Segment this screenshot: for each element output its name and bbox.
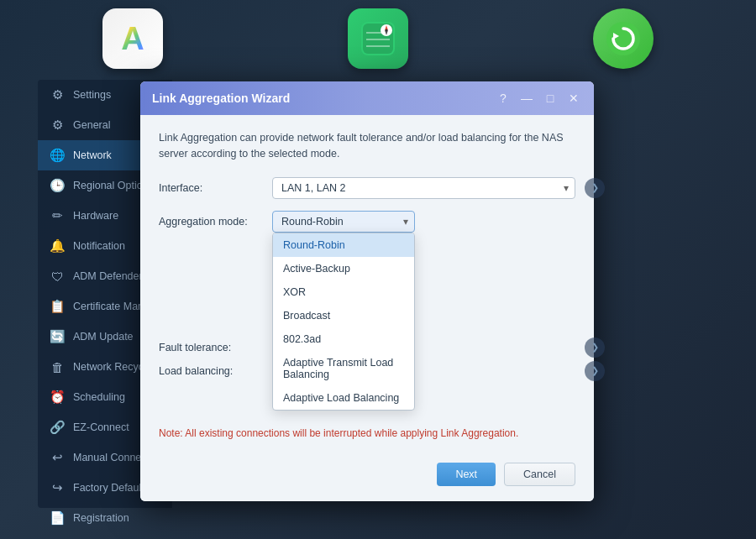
sidebar-item-label: Registration [73,512,129,524]
hardware-icon: ✏ [50,208,65,223]
sidebar-item-label: ADM Update [73,331,134,343]
cancel-button[interactable]: Cancel [504,463,575,486]
dropdown-option-adaptive-load[interactable]: Adaptive Load Balancing [273,386,414,410]
interface-select-wrapper: LAN 1, LAN 2 [272,177,575,199]
admdefender-icon: 🛡 [50,269,65,284]
dialog-note: Note: All existing connections will be i… [159,427,575,439]
fault-label: Fault tolerance: [159,342,272,353]
restore-app-icon[interactable] [593,8,654,69]
taskbar-icons: A [0,8,756,69]
svg-rect-3 [366,39,390,40]
aurora-app-icon[interactable]: A [102,8,163,69]
sidebar-item-label: Network [73,149,112,161]
dialog-description: Link Aggregation can provide network fau… [159,130,575,162]
close-button[interactable]: ✕ [565,90,582,107]
interface-row: Interface: LAN 1, LAN 2 ❯ [159,177,575,199]
sidebar-item-label: EZ-Connect [73,421,129,433]
dropdown-option-active-backup[interactable]: Active-Backup [273,257,414,280]
dropdown-option-8023ad[interactable]: 802.3ad [273,327,414,351]
svg-point-8 [386,29,388,32]
dialog-footer: Next Cancel [140,453,594,501]
aggregation-mode-row: Aggregation mode: Round-Robin Round-Robi… [159,211,575,233]
dialog-titlebar: Link Aggregation Wizard ? — □ ✕ [140,81,594,115]
sidebar-item-label: General [73,119,110,131]
interface-row-chevron: ❯ [585,178,605,198]
factory-icon: ↪ [50,480,65,495]
interface-label: Interface: [159,182,272,194]
load-label: Load balancing: [159,365,272,377]
ezconnect-icon: 🔗 [50,420,65,435]
aggregation-select-wrapper: Round-Robin Round-Robin Active-Backup XO… [272,211,415,233]
regional-icon: 🕒 [50,178,65,193]
svg-rect-4 [366,45,390,47]
manualconnect-icon: ↩ [50,450,65,465]
mapmaster-app-icon[interactable] [348,8,408,69]
load-row-chevron: ❯ [585,361,605,381]
sidebar-item-label: Scheduling [73,391,125,403]
aggregation-dropdown: Round-Robin Active-Backup XOR Broadcast … [272,233,415,411]
scheduling-icon: ⏰ [50,390,65,405]
admupdate-icon: 🔄 [50,329,65,344]
link-aggregation-dialog: Link Aggregation Wizard ? — □ ✕ Link Agg… [140,81,594,501]
settings-icon: ⚙ [50,87,65,102]
sidebar-item-registration[interactable]: 📄 Registration [38,503,172,533]
help-button[interactable]: ? [495,90,512,107]
next-button[interactable]: Next [437,463,496,486]
interface-select[interactable]: LAN 1, LAN 2 [272,177,575,199]
desktop: A [0,0,756,539]
maximize-button[interactable]: □ [542,90,559,107]
general-icon: ⚙ [50,118,65,133]
dialog-body: Link Aggregation can provide network fau… [140,115,594,453]
dialog-title: Link Aggregation Wizard [152,92,290,105]
dropdown-option-broadcast[interactable]: Broadcast [273,304,414,327]
sidebar-item-label: Settings [73,89,111,101]
notification-icon: 🔔 [50,238,65,254]
dropdown-option-adaptive-transmit[interactable]: Adaptive Transmit Load Balancing [273,351,414,386]
network-icon: 🌐 [50,148,65,163]
svg-point-9 [606,22,640,55]
sidebar-item-label: Hardware [73,210,118,222]
dropdown-option-round-robin[interactable]: Round-Robin [273,233,414,257]
minimize-button[interactable]: — [518,90,535,107]
networkrecycle-icon: 🗑 [50,359,65,374]
fault-row-chevron: ❯ [585,338,605,358]
registration-icon: 📄 [50,510,65,526]
dialog-controls: ? — □ ✕ [495,90,582,107]
aggregation-select[interactable]: Round-Robin [272,211,415,233]
sidebar-item-label: Notification [73,240,125,252]
sidebar-item-label: Factory Default [73,482,144,494]
dropdown-option-xor[interactable]: XOR [273,280,414,304]
cert-icon: 📋 [50,299,65,314]
aggregation-label: Aggregation mode: [159,216,272,228]
sidebar-item-label: ADM Defender [73,270,143,282]
